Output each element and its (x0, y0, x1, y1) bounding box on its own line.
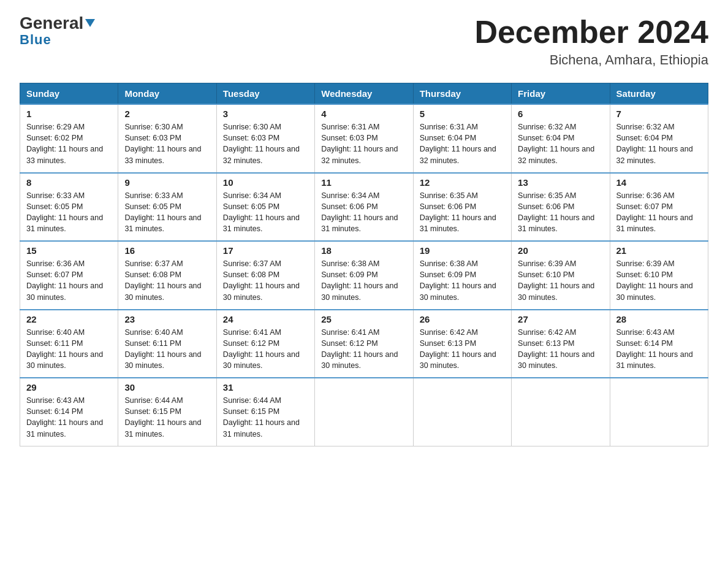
table-row: 13 Sunrise: 6:35 AMSunset: 6:06 PMDaylig… (512, 173, 610, 242)
calendar-week-row: 29 Sunrise: 6:43 AMSunset: 6:14 PMDaylig… (20, 378, 708, 446)
day-detail: Sunrise: 6:36 AMSunset: 6:07 PMDaylight:… (616, 190, 702, 235)
day-detail: Sunrise: 6:37 AMSunset: 6:08 PMDaylight:… (223, 258, 308, 303)
day-number: 22 (26, 314, 112, 324)
day-number: 27 (518, 314, 603, 324)
table-row: 7 Sunrise: 6:32 AMSunset: 6:04 PMDayligh… (610, 104, 708, 173)
day-detail: Sunrise: 6:33 AMSunset: 6:05 PMDaylight:… (124, 190, 210, 235)
day-number: 14 (616, 177, 702, 188)
table-row: 10 Sunrise: 6:34 AMSunset: 6:05 PMDaylig… (216, 173, 314, 242)
day-detail: Sunrise: 6:42 AMSunset: 6:13 PMDaylight:… (518, 327, 603, 372)
day-detail: Sunrise: 6:33 AMSunset: 6:05 PMDaylight:… (26, 190, 112, 235)
day-number: 18 (321, 245, 406, 256)
table-row: 30 Sunrise: 6:44 AMSunset: 6:15 PMDaylig… (118, 378, 216, 446)
day-detail: Sunrise: 6:38 AMSunset: 6:09 PMDaylight:… (420, 258, 505, 303)
day-detail: Sunrise: 6:31 AMSunset: 6:04 PMDaylight:… (420, 121, 505, 166)
calendar-week-row: 1 Sunrise: 6:29 AMSunset: 6:02 PMDayligh… (20, 104, 708, 173)
day-number: 3 (223, 109, 308, 119)
location-text: Bichena, Amhara, Ethiopia (474, 52, 708, 68)
table-row: 26 Sunrise: 6:42 AMSunset: 6:13 PMDaylig… (413, 310, 511, 378)
day-detail: Sunrise: 6:29 AMSunset: 6:02 PMDaylight:… (26, 121, 112, 166)
day-number: 16 (124, 245, 210, 256)
page-header: General Blue December 2024 Bichena, Amha… (20, 15, 708, 68)
table-row: 11 Sunrise: 6:34 AMSunset: 6:06 PMDaylig… (315, 173, 413, 242)
table-row: 28 Sunrise: 6:43 AMSunset: 6:14 PMDaylig… (610, 310, 708, 378)
col-monday: Monday (118, 83, 216, 105)
day-detail: Sunrise: 6:42 AMSunset: 6:13 PMDaylight:… (420, 327, 505, 372)
day-detail: Sunrise: 6:34 AMSunset: 6:05 PMDaylight:… (223, 190, 308, 235)
calendar-header-row: Sunday Monday Tuesday Wednesday Thursday… (20, 83, 708, 105)
table-row: 8 Sunrise: 6:33 AMSunset: 6:05 PMDayligh… (20, 173, 118, 242)
day-detail: Sunrise: 6:44 AMSunset: 6:15 PMDaylight:… (124, 395, 210, 440)
day-detail: Sunrise: 6:36 AMSunset: 6:07 PMDaylight:… (26, 258, 112, 303)
table-row: 24 Sunrise: 6:41 AMSunset: 6:12 PMDaylig… (216, 310, 314, 378)
day-detail: Sunrise: 6:30 AMSunset: 6:03 PMDaylight:… (124, 121, 210, 166)
day-number: 31 (223, 382, 308, 393)
table-row: 18 Sunrise: 6:38 AMSunset: 6:09 PMDaylig… (315, 241, 413, 310)
day-detail: Sunrise: 6:35 AMSunset: 6:06 PMDaylight:… (518, 190, 603, 235)
table-row: 20 Sunrise: 6:39 AMSunset: 6:10 PMDaylig… (512, 241, 610, 310)
day-number: 19 (420, 245, 505, 256)
day-number: 4 (321, 109, 406, 119)
title-block: December 2024 Bichena, Amhara, Ethiopia (474, 15, 708, 68)
day-number: 28 (616, 314, 702, 324)
logo-blue-text: Blue (20, 32, 51, 48)
table-row: 14 Sunrise: 6:36 AMSunset: 6:07 PMDaylig… (610, 173, 708, 242)
table-row: 27 Sunrise: 6:42 AMSunset: 6:13 PMDaylig… (512, 310, 610, 378)
day-number: 25 (321, 314, 406, 324)
day-number: 5 (420, 109, 505, 119)
logo-triangle-icon (85, 19, 95, 27)
table-row (315, 378, 413, 446)
day-number: 21 (616, 245, 702, 256)
calendar-week-row: 22 Sunrise: 6:40 AMSunset: 6:11 PMDaylig… (20, 310, 708, 378)
logo: General Blue (20, 15, 95, 48)
day-number: 23 (124, 314, 210, 324)
day-number: 17 (223, 245, 308, 256)
day-number: 29 (26, 382, 112, 393)
table-row (512, 378, 610, 446)
col-tuesday: Tuesday (216, 83, 314, 105)
day-number: 13 (518, 177, 603, 188)
table-row: 29 Sunrise: 6:43 AMSunset: 6:14 PMDaylig… (20, 378, 118, 446)
table-row: 16 Sunrise: 6:37 AMSunset: 6:08 PMDaylig… (118, 241, 216, 310)
day-detail: Sunrise: 6:43 AMSunset: 6:14 PMDaylight:… (616, 327, 702, 372)
day-detail: Sunrise: 6:38 AMSunset: 6:09 PMDaylight:… (321, 258, 406, 303)
col-sunday: Sunday (20, 83, 118, 105)
day-detail: Sunrise: 6:30 AMSunset: 6:03 PMDaylight:… (223, 121, 308, 166)
table-row: 12 Sunrise: 6:35 AMSunset: 6:06 PMDaylig… (413, 173, 511, 242)
table-row: 6 Sunrise: 6:32 AMSunset: 6:04 PMDayligh… (512, 104, 610, 173)
day-number: 24 (223, 314, 308, 324)
day-number: 30 (124, 382, 210, 393)
day-detail: Sunrise: 6:40 AMSunset: 6:11 PMDaylight:… (26, 327, 112, 372)
table-row (610, 378, 708, 446)
day-number: 1 (26, 109, 112, 119)
day-detail: Sunrise: 6:43 AMSunset: 6:14 PMDaylight:… (26, 395, 112, 440)
day-number: 10 (223, 177, 308, 188)
table-row (413, 378, 511, 446)
day-detail: Sunrise: 6:40 AMSunset: 6:11 PMDaylight:… (124, 327, 210, 372)
day-detail: Sunrise: 6:31 AMSunset: 6:03 PMDaylight:… (321, 121, 406, 166)
day-number: 12 (420, 177, 505, 188)
day-number: 15 (26, 245, 112, 256)
day-number: 26 (420, 314, 505, 324)
day-detail: Sunrise: 6:41 AMSunset: 6:12 PMDaylight:… (223, 327, 308, 372)
day-number: 11 (321, 177, 406, 188)
col-wednesday: Wednesday (315, 83, 413, 105)
table-row: 17 Sunrise: 6:37 AMSunset: 6:08 PMDaylig… (216, 241, 314, 310)
day-number: 8 (26, 177, 112, 188)
table-row: 22 Sunrise: 6:40 AMSunset: 6:11 PMDaylig… (20, 310, 118, 378)
day-detail: Sunrise: 6:39 AMSunset: 6:10 PMDaylight:… (616, 258, 702, 303)
table-row: 31 Sunrise: 6:44 AMSunset: 6:15 PMDaylig… (216, 378, 314, 446)
month-title: December 2024 (474, 15, 708, 50)
table-row: 4 Sunrise: 6:31 AMSunset: 6:03 PMDayligh… (315, 104, 413, 173)
col-thursday: Thursday (413, 83, 511, 105)
day-detail: Sunrise: 6:41 AMSunset: 6:12 PMDaylight:… (321, 327, 406, 372)
col-friday: Friday (512, 83, 610, 105)
table-row: 2 Sunrise: 6:30 AMSunset: 6:03 PMDayligh… (118, 104, 216, 173)
day-detail: Sunrise: 6:34 AMSunset: 6:06 PMDaylight:… (321, 190, 406, 235)
table-row: 21 Sunrise: 6:39 AMSunset: 6:10 PMDaylig… (610, 241, 708, 310)
table-row: 3 Sunrise: 6:30 AMSunset: 6:03 PMDayligh… (216, 104, 314, 173)
table-row: 25 Sunrise: 6:41 AMSunset: 6:12 PMDaylig… (315, 310, 413, 378)
day-detail: Sunrise: 6:32 AMSunset: 6:04 PMDaylight:… (616, 121, 702, 166)
table-row: 23 Sunrise: 6:40 AMSunset: 6:11 PMDaylig… (118, 310, 216, 378)
day-detail: Sunrise: 6:44 AMSunset: 6:15 PMDaylight:… (223, 395, 308, 440)
